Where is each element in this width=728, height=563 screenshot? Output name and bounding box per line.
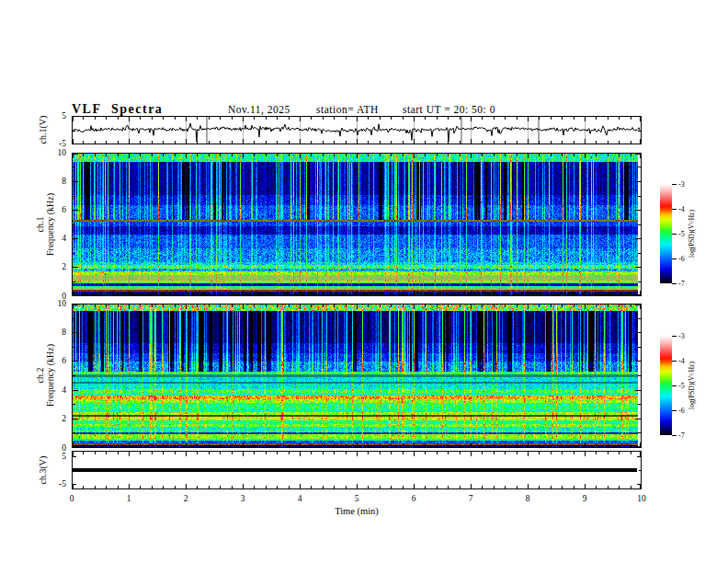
- spec2-y-tick-label: 10: [46, 299, 66, 308]
- colorbar-tick: [672, 410, 677, 411]
- colorbar-tick: [672, 385, 677, 386]
- colorbar-tick-label: -3: [678, 180, 685, 189]
- colorbar-tick: [672, 435, 677, 436]
- colorbar-tick: [672, 259, 677, 259]
- ch1-waveform-panel: [72, 116, 642, 144]
- x-tick-label: 9: [571, 494, 598, 503]
- ch2-spectrogram-panel: [72, 304, 642, 448]
- colorbar-tick-label: -7: [678, 280, 685, 288]
- spec2-y-tick-label: 2: [46, 414, 66, 423]
- vlf-spectra-figure: VLF Spectra Nov.11, 2025 station= ATH st…: [0, 0, 728, 563]
- ch1-spec-axis-label-frequency: Frequency (kHz): [45, 193, 55, 256]
- x-tick-label: 8: [514, 494, 541, 503]
- x-tick-label: 10: [628, 494, 655, 503]
- x-tick-label: 2: [172, 494, 199, 503]
- colorbar-2-axis-label: log(PSD)(V²/Hz): [688, 362, 696, 409]
- wave3-y-tick-label: 5: [46, 452, 66, 461]
- colorbar-tick: [672, 184, 677, 185]
- colorbar-tick: [672, 361, 677, 362]
- plot-station: station= ATH: [316, 104, 379, 115]
- spec2-y-tick-label: 4: [46, 385, 66, 395]
- colorbar-tick: [672, 336, 677, 337]
- ch2-spec-axis-label: ch.2 Frequency (kHz): [35, 344, 55, 407]
- ch1-spec-axis-label: ch.1 Frequency (kHz): [35, 193, 55, 256]
- spec2-y-tick-label: 6: [46, 356, 66, 365]
- spec1-y-tick-label: 8: [46, 177, 66, 186]
- plot-date: Nov.11, 2025: [228, 104, 290, 115]
- colorbar-tick-label: -5: [678, 230, 685, 238]
- plot-start-time: start UT = 20: 50: 0: [403, 104, 495, 115]
- spec1-y-tick-label: 6: [46, 205, 66, 214]
- x-tick-label: 0: [58, 494, 85, 503]
- colorbar-1-axis-label: log(PSD)(V²/Hz): [688, 210, 696, 258]
- x-tick-label: 3: [229, 494, 256, 503]
- wave1-y-tick-label: -5: [46, 139, 66, 148]
- colorbar-tick: [672, 209, 677, 210]
- spec1-y-tick-label: 10: [46, 148, 66, 157]
- colorbar-tick-label: -5: [678, 382, 685, 390]
- colorbar-2: [660, 336, 672, 435]
- spec2-y-tick-label: 8: [46, 327, 66, 337]
- wave1-y-tick-label: 5: [46, 111, 66, 121]
- x-tick-label: 4: [286, 494, 313, 503]
- colorbar-1: [660, 184, 672, 283]
- colorbar-tick-label: -3: [678, 332, 685, 340]
- wave3-y-tick-label: -5: [46, 479, 66, 488]
- plot-title: VLF Spectra: [72, 102, 163, 117]
- time-axis-label: Time (min): [335, 506, 379, 516]
- colorbar-tick-label: -7: [678, 431, 685, 440]
- ch3-waveform-panel: [72, 451, 642, 489]
- x-tick-label: 6: [400, 494, 427, 503]
- colorbar-tick: [672, 234, 677, 235]
- colorbar-tick-label: -6: [678, 407, 685, 415]
- colorbar-tick-label: -4: [678, 357, 685, 365]
- ch1-spectrogram-panel: [72, 153, 642, 296]
- colorbar-tick: [672, 283, 677, 284]
- spec1-y-tick-label: 2: [46, 262, 66, 271]
- x-tick-label: 7: [457, 494, 484, 503]
- x-tick-label: 5: [343, 494, 370, 503]
- spec1-y-tick-label: 4: [46, 234, 66, 243]
- colorbar-tick-label: -4: [678, 205, 685, 213]
- ch1-spec-axis-label-channel: ch.1: [35, 193, 45, 256]
- ch2-spec-axis-label-channel: ch.2: [35, 344, 45, 407]
- ch2-spec-axis-label-frequency: Frequency (kHz): [45, 344, 55, 407]
- colorbar-tick-label: -6: [678, 255, 685, 263]
- spec2-y-tick-label: 0: [46, 443, 66, 453]
- x-tick-label: 1: [115, 494, 142, 503]
